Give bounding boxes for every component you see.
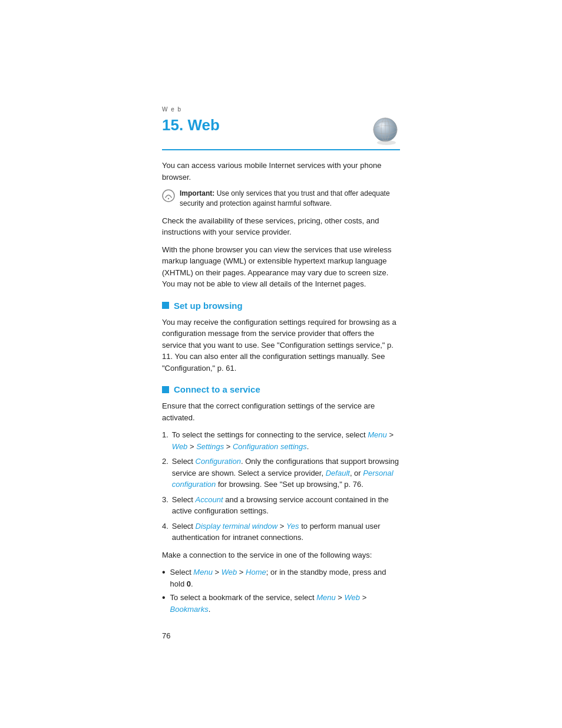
svg-point-8	[168, 198, 169, 199]
bullet-1: • Select Menu > Web > Home; or in the st…	[162, 566, 400, 589]
bullet1-home-link[interactable]: Home	[246, 568, 266, 577]
step-1-num: 1.	[162, 429, 168, 452]
section1-body: You may receive the configuration settin…	[162, 317, 400, 374]
bullet1-web-link[interactable]: Web	[222, 568, 237, 577]
important-icon	[162, 189, 175, 202]
step-4-text: Select Display terminal window > Yes to …	[172, 521, 400, 543]
step-1-text: To select the settings for connecting to…	[172, 429, 400, 452]
step1-config-settings-link[interactable]: Configuration settings	[233, 442, 307, 451]
section1-square-icon	[162, 302, 169, 309]
bullet-1-text: Select Menu > Web > Home; or in the stan…	[170, 566, 400, 589]
section-label: W e b	[162, 106, 400, 113]
step-4: 4. Select Display terminal window > Yes …	[162, 521, 400, 543]
step3-account-link[interactable]: Account	[196, 495, 223, 504]
step-2-num: 2.	[162, 456, 168, 490]
section2-intro: Ensure that the correct configuration se…	[162, 400, 400, 423]
section2-heading-text: Connect to a service	[174, 384, 260, 394]
section2-square-icon	[162, 386, 169, 393]
steps-list: 1. To select the settings for connecting…	[162, 429, 400, 543]
bullet-2-text: To select a bookmark of the service, sel…	[170, 592, 400, 615]
step4-yes-link[interactable]: Yes	[286, 522, 299, 531]
step-4-num: 4.	[162, 521, 168, 543]
svg-point-7	[163, 190, 174, 202]
step2-default-link[interactable]: Default	[326, 469, 350, 477]
body-paragraph-1: Check the availability of these services…	[162, 215, 400, 238]
step-3: 3. Select Account and a browsing service…	[162, 494, 400, 517]
step-2-text: Select Configuration. Only the configura…	[172, 456, 400, 490]
bullet2-bookmarks-link[interactable]: Bookmarks	[170, 605, 209, 614]
content-area: W e b 15. Web	[0, 0, 562, 687]
step1-web-link[interactable]: Web	[172, 442, 188, 451]
bullet-2: • To select a bookmark of the service, s…	[162, 592, 400, 615]
bullet2-web-link[interactable]: Web	[345, 593, 361, 602]
svg-point-5	[377, 140, 396, 145]
body-paragraph-2: With the phone browser you can view the …	[162, 244, 400, 290]
globe-icon	[371, 116, 400, 146]
page-number: 76	[162, 631, 400, 640]
chapter-title: 15. Web	[162, 116, 220, 134]
step-1: 1. To select the settings for connecting…	[162, 429, 400, 452]
bullet-list: • Select Menu > Web > Home; or in the st…	[162, 566, 400, 615]
step4-display-link[interactable]: Display terminal window	[196, 522, 277, 531]
bullet2-menu-link[interactable]: Menu	[316, 593, 336, 602]
bullet-2-dot: •	[162, 592, 166, 615]
page: W e b 15. Web	[0, 0, 562, 728]
step-2: 2. Select Configuration. Only the config…	[162, 456, 400, 490]
intro-paragraph-1: You can access various mobile Internet s…	[162, 160, 400, 183]
step-3-num: 3.	[162, 494, 168, 517]
section1-heading: Set up browsing	[162, 301, 400, 311]
chapter-header: 15. Web	[162, 116, 400, 150]
section2-heading: Connect to a service	[162, 384, 400, 394]
bullet-1-dot: •	[162, 566, 166, 589]
section1-heading-text: Set up browsing	[174, 301, 243, 311]
important-text: Important: Use only services that you tr…	[180, 189, 400, 209]
make-connection-text: Make a connection to the service in one …	[162, 549, 400, 561]
step1-menu-link[interactable]: Menu	[368, 430, 387, 439]
step1-settings-link[interactable]: Settings	[196, 442, 224, 451]
step2-config-link[interactable]: Configuration	[196, 457, 241, 466]
step-3-text: Select Account and a browsing service ac…	[172, 494, 400, 517]
bullet1-menu-link[interactable]: Menu	[193, 568, 213, 577]
important-box: Important: Use only services that you tr…	[162, 189, 400, 209]
